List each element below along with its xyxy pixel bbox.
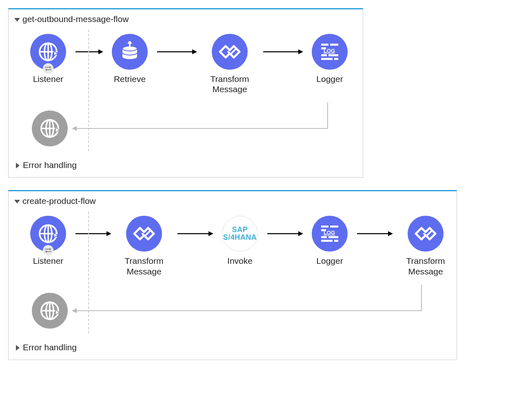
svg-marker-7 (98, 49, 103, 54)
return-path (22, 102, 355, 155)
svg-marker-15 (298, 49, 303, 54)
listener-badge-icon (43, 63, 53, 74)
http-response-icon[interactable] (32, 293, 68, 329)
flow-header[interactable]: create-product-flow (9, 191, 457, 208)
error-handling-header[interactable]: Error handling (9, 338, 457, 356)
flow-row: Listener Retrieve (22, 34, 355, 94)
svg-rect-44 (321, 236, 327, 238)
sap-text-bottom: S/4HANA (223, 234, 257, 241)
svg-rect-20 (328, 54, 338, 56)
listener-badge-icon (43, 245, 53, 256)
return-area (22, 102, 355, 155)
svg-marker-51 (72, 308, 77, 313)
svg-rect-46 (321, 240, 333, 242)
error-handling-header[interactable]: Error handling (9, 155, 363, 173)
svg-marker-24 (72, 126, 77, 131)
flow-body: Listener Retrieve (9, 26, 363, 155)
transform-message-icon (212, 34, 248, 70)
sap-s4hana-icon: SAP S/4HANA (222, 216, 258, 252)
error-handling-label: Error handling (23, 343, 77, 352)
svg-marker-11 (127, 41, 132, 44)
http-listener-icon (30, 34, 66, 70)
node-label: Invoke (227, 256, 253, 276)
flow-arrow (262, 34, 303, 70)
svg-rect-16 (321, 44, 328, 46)
flow-header[interactable]: get-outbound-message-flow (9, 9, 363, 26)
svg-marker-4 (49, 66, 51, 69)
node-label: Listener (33, 256, 64, 276)
flow-arrow (156, 34, 197, 70)
logger-node[interactable]: LOG Logger (303, 216, 356, 276)
flow-container: create-product-flow (8, 190, 457, 360)
flow-arrow (75, 34, 103, 70)
svg-marker-33 (49, 248, 51, 250)
node-label: Listener (33, 74, 64, 94)
node-label: Transform Message (111, 256, 177, 276)
node-label: Retrieve (114, 74, 146, 94)
svg-rect-22 (334, 58, 338, 60)
svg-marker-38 (209, 231, 213, 236)
flow-arrow (75, 216, 111, 252)
svg-rect-19 (321, 54, 327, 56)
svg-rect-47 (334, 240, 338, 242)
sap-text-top: SAP (223, 226, 257, 234)
svg-text:LOG: LOG (324, 48, 335, 54)
return-path (22, 285, 448, 338)
transform-node[interactable]: Transform Message (197, 34, 262, 94)
node-label: Logger (316, 256, 343, 276)
flow-container: get-outbound-message-flow (8, 8, 363, 178)
expand-toggle-icon[interactable] (16, 345, 20, 351)
svg-rect-42 (330, 225, 338, 228)
transform-message-icon (126, 216, 162, 252)
object-store-retrieve-icon (112, 34, 148, 70)
transform-node[interactable]: Transform Message (393, 216, 458, 276)
flow-title: get-outbound-message-flow (22, 14, 129, 24)
flow-arrow (356, 216, 393, 252)
expand-toggle-icon[interactable] (16, 163, 20, 168)
svg-marker-13 (192, 49, 197, 54)
flow-title: create-product-flow (22, 196, 96, 206)
node-label: Transform Message (197, 74, 262, 94)
svg-rect-21 (321, 58, 333, 60)
svg-text:LOG: LOG (324, 230, 335, 236)
sap-invoke-node[interactable]: SAP S/4HANA Invoke (213, 216, 266, 276)
svg-rect-17 (330, 44, 338, 46)
return-area (22, 285, 448, 338)
flow-body: Listener Transform Message (9, 208, 457, 337)
transform-message-icon (408, 216, 444, 252)
collapse-toggle-icon[interactable] (14, 18, 20, 22)
svg-marker-36 (106, 231, 111, 236)
svg-rect-45 (328, 236, 338, 238)
error-handling-label: Error handling (23, 160, 77, 170)
listener-node[interactable]: Listener (22, 216, 75, 276)
svg-marker-34 (45, 250, 47, 253)
flow-arrow (177, 216, 213, 252)
svg-marker-40 (298, 231, 303, 236)
logger-node[interactable]: LOG Logger (303, 34, 356, 94)
svg-marker-50 (388, 231, 393, 236)
http-response-icon[interactable] (32, 111, 68, 146)
svg-marker-5 (45, 69, 47, 71)
flow-arrow (266, 216, 303, 252)
retrieve-node[interactable]: Retrieve (103, 34, 156, 94)
transform-node[interactable]: Transform Message (111, 216, 177, 276)
collapse-toggle-icon[interactable] (14, 200, 20, 203)
svg-rect-41 (321, 225, 328, 228)
http-listener-icon (30, 216, 66, 252)
flow-row: Listener Transform Message (22, 216, 448, 276)
node-label: Transform Message (393, 256, 458, 276)
node-label: Logger (316, 74, 343, 94)
logger-icon: LOG (312, 34, 348, 70)
listener-node[interactable]: Listener (22, 34, 75, 94)
logger-icon: LOG (312, 216, 348, 252)
